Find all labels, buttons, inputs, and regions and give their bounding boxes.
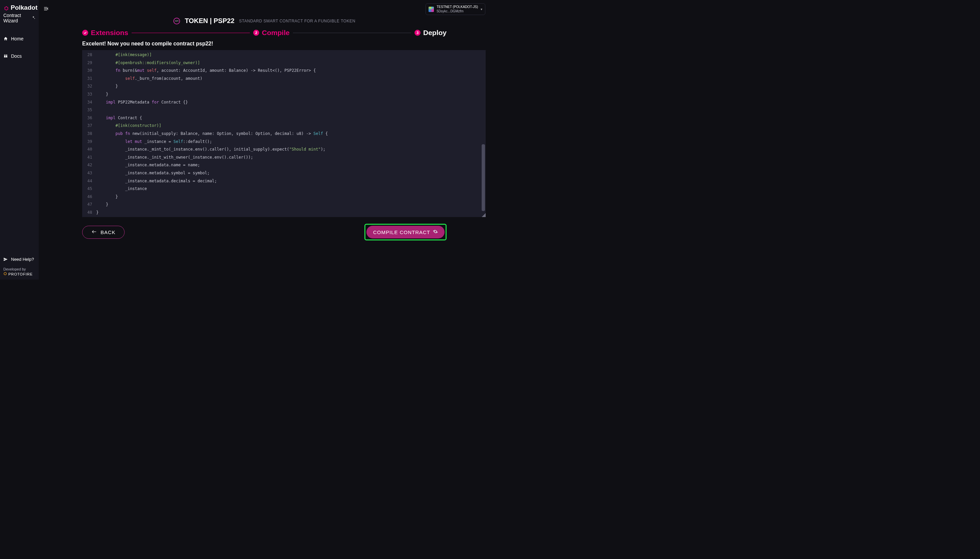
protofire-icon [3, 272, 7, 276]
scrollbar-track[interactable] [482, 51, 485, 217]
bottom-actions: BACK COMPILE CONTRACT [39, 217, 490, 240]
compile-label: COMPILE CONTRACT [373, 230, 430, 235]
back-button[interactable]: BACK [82, 226, 124, 239]
status-message: Excelent! Now you need to compile contra… [39, 41, 490, 47]
gear-icon [433, 229, 438, 235]
developed-by-label: Developed by [3, 265, 36, 271]
need-help-label: Need Help? [11, 257, 34, 262]
collapse-sidebar-button[interactable] [43, 6, 49, 13]
brand-subtitle-row: Contract Wizard [3, 12, 36, 30]
main-content: TESTNET (POLKADOT-JS) 5Dsykc...DGMzfm ▾ … [39, 0, 490, 280]
step-label: Compile [262, 29, 290, 37]
brand-subtitle: Contract Wizard [3, 13, 30, 23]
chevron-down-icon: ▾ [481, 7, 482, 11]
step-badge: 2 [253, 30, 259, 36]
sidebar-item-home[interactable]: Home [3, 33, 36, 45]
wallet-text: TESTNET (POLKADOT-JS) 5Dsykc...DGMzfm [437, 5, 478, 13]
step-badge: 3 [414, 30, 420, 36]
svg-point-6 [4, 273, 7, 275]
check-icon [82, 30, 88, 36]
wallet-identicon [429, 7, 434, 12]
back-label: BACK [101, 230, 116, 235]
wallet-selector[interactable]: TESTNET (POLKADOT-JS) 5Dsykc...DGMzfm ▾ [425, 3, 485, 15]
sidebar: Polkadot Contract Wizard Home Docs Need … [0, 0, 39, 280]
step-label: Deploy [423, 29, 447, 37]
line-number-gutter: 2829303132333435363738394041424344454647… [82, 50, 94, 217]
wallet-network: TESTNET (POLKADOT-JS) [437, 5, 478, 9]
step-deploy[interactable]: 3 Deploy [414, 29, 447, 37]
send-icon [3, 257, 8, 262]
wallet-address: 5Dsykc...DGMzfm [437, 9, 478, 14]
code-content[interactable]: #[ink(message)] #[openbrush::modifiers(o… [94, 50, 486, 217]
step-extensions[interactable]: Extensions [82, 29, 128, 37]
resize-handle[interactable] [482, 213, 486, 217]
step-compile[interactable]: 2 Compile [253, 29, 290, 37]
compile-contract-button[interactable]: COMPILE CONTRACT [366, 226, 445, 238]
scrollbar-thumb[interactable] [482, 144, 485, 211]
step-label: Extensions [91, 29, 128, 37]
contract-type-icon [173, 18, 180, 24]
home-icon [3, 36, 8, 41]
svg-point-5 [7, 7, 9, 8]
page-title-row: TOKEN | PSP22 STANDARD SMART CONTRACT FO… [39, 17, 490, 25]
stepper-line [293, 33, 411, 33]
polkadot-logo-icon [4, 5, 9, 10]
token-title: TOKEN | PSP22 [185, 17, 235, 25]
topbar: TESTNET (POLKADOT-JS) 5Dsykc...DGMzfm ▾ [39, 0, 490, 18]
protofire-label: PROTOFIRE [8, 272, 33, 276]
sidebar-item-docs[interactable]: Docs [3, 50, 36, 62]
svg-point-2 [4, 7, 6, 8]
need-help-link[interactable]: Need Help? [3, 253, 36, 265]
svg-point-1 [6, 9, 7, 10]
stepper: Extensions 2 Compile 3 Deploy [39, 29, 490, 37]
stepper-line [132, 33, 250, 33]
brand-name: Polkadot [11, 4, 37, 12]
token-description: STANDARD SMART CONTRACT FOR A FUNGIBLE T… [239, 19, 355, 23]
arrow-left-icon [91, 230, 97, 235]
sidebar-item-label: Home [11, 36, 23, 41]
svg-point-3 [7, 8, 9, 10]
brand-logo[interactable]: Polkadot [3, 3, 36, 12]
svg-point-0 [6, 7, 7, 7]
compile-highlight: COMPILE CONTRACT [364, 224, 447, 240]
code-editor[interactable]: 2829303132333435363738394041424344454647… [82, 50, 486, 217]
svg-point-4 [4, 8, 6, 10]
sidebar-item-label: Docs [11, 53, 22, 59]
protofire-link[interactable]: PROTOFIRE [3, 271, 36, 277]
docs-icon [3, 54, 8, 58]
sparkle-icon [31, 15, 35, 21]
